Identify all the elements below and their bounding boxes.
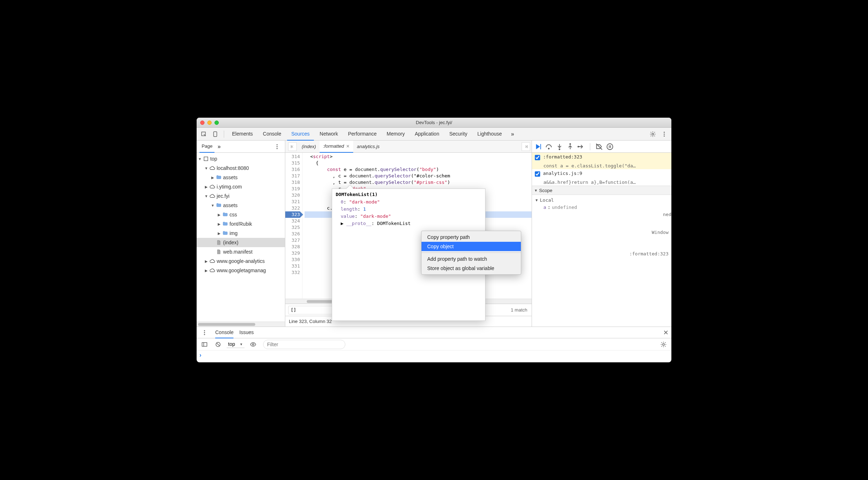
page-tab[interactable]: Page <box>199 141 214 153</box>
tree-item[interactable]: ▶img <box>197 229 285 238</box>
drawer-tab-issues[interactable]: Issues <box>239 327 253 338</box>
step-over-icon[interactable] <box>545 143 553 151</box>
file-tab-label: (index) <box>302 144 316 149</box>
svg-point-6 <box>277 144 278 145</box>
tab-network[interactable]: Network <box>315 128 342 141</box>
tab-performance[interactable]: Performance <box>344 128 381 141</box>
inspect-icon[interactable] <box>199 129 209 139</box>
svg-rect-10 <box>540 144 541 149</box>
tab-console[interactable]: Console <box>258 128 285 141</box>
svg-point-18 <box>204 330 205 331</box>
tree-item[interactable]: web.manifest <box>197 247 285 256</box>
tree-scrollbar[interactable] <box>197 322 285 327</box>
tab-security[interactable]: Security <box>445 128 472 141</box>
breakpoint-code: a&&a.href}return a},B=function(a… <box>535 180 669 185</box>
tab-elements[interactable]: Elements <box>228 128 257 141</box>
close-drawer-icon[interactable]: ✕ <box>663 329 669 337</box>
context-menu-item[interactable]: Store object as global variable <box>421 264 521 273</box>
svg-point-4 <box>664 133 665 134</box>
var-name: a <box>543 205 546 210</box>
context-selector[interactable]: top <box>227 341 245 348</box>
tab-lighthouse[interactable]: Lighthouse <box>473 128 506 141</box>
kebab-menu-icon[interactable] <box>659 129 669 139</box>
drawer-kebab-icon[interactable] <box>199 328 209 338</box>
resume-icon[interactable] <box>534 143 542 151</box>
context-menu-item[interactable]: Copy property path <box>421 232 521 242</box>
file-tree[interactable]: ▼top▼localhost:8080▶assets▶i.ytimg.com▼j… <box>197 153 285 322</box>
console-prompt[interactable]: › <box>197 351 671 360</box>
tree-item[interactable]: ▼localhost:8080 <box>197 163 285 173</box>
line-gutter[interactable]: 3143153163173183193203213223233243253263… <box>285 153 302 299</box>
pause-on-exceptions-icon[interactable] <box>606 143 614 151</box>
context-menu-item[interactable]: Add property path to watch <box>421 254 521 264</box>
svg-point-7 <box>277 146 278 147</box>
tab-application[interactable]: Application <box>410 128 444 141</box>
breakpoint-item[interactable]: :formatted:323 const a = e.classList.tog… <box>532 153 671 169</box>
callstack-entry[interactable]: :formatted:323 <box>629 251 669 256</box>
file-tab-label: :formatted <box>323 143 344 149</box>
file-tab-formatted[interactable]: :formatted✕ <box>320 141 354 153</box>
clear-console-icon[interactable] <box>213 339 223 349</box>
tree-item[interactable]: ▶css <box>197 210 285 219</box>
nav-back-icon[interactable] <box>288 142 297 151</box>
file-tab-index[interactable]: (index) <box>298 141 320 153</box>
popover-title: DOMTokenList(1) <box>336 192 482 197</box>
breakpoint-item[interactable]: analytics.js:9 a&&a.href}return a},B=fun… <box>532 169 671 186</box>
deactivate-breakpoints-icon[interactable] <box>595 143 603 151</box>
more-nav-icon[interactable]: » <box>217 143 221 150</box>
tab-sources[interactable]: Sources <box>287 128 314 141</box>
global-label: Window <box>652 230 669 235</box>
console-settings-icon[interactable] <box>659 339 669 349</box>
breakpoint-checkbox[interactable] <box>535 155 540 160</box>
svg-point-23 <box>252 343 254 345</box>
file-tab-label: analytics.js <box>357 144 380 149</box>
file-tab-analytics[interactable]: analytics.js <box>353 141 383 153</box>
tree-item[interactable]: ▼assets <box>197 201 285 210</box>
scope-local-label[interactable]: Local <box>540 197 554 203</box>
section-label: Scope <box>539 188 552 193</box>
tree-item[interactable]: ▶www.google-analytics <box>197 256 285 266</box>
svg-rect-9 <box>204 157 208 161</box>
live-expression-icon[interactable] <box>248 339 258 349</box>
console-drawer: Console Issues ✕ top <box>197 327 671 362</box>
tree-item[interactable]: ▶i.ytimg.com <box>197 182 285 191</box>
device-toolbar-icon[interactable] <box>210 129 220 139</box>
svg-point-8 <box>277 148 278 149</box>
nav-forward-icon[interactable] <box>522 142 530 151</box>
tree-item[interactable]: ▼top <box>197 154 285 163</box>
main-tabs-row: Elements Console Sources Network Perform… <box>197 128 671 141</box>
breakpoint-checkbox[interactable] <box>535 171 540 177</box>
tree-item[interactable]: ▼jec.fyi <box>197 191 285 201</box>
titlebar: DevTools - jec.fyi/ <box>197 118 671 128</box>
filter-input[interactable] <box>263 340 345 349</box>
var-value-tail: ned <box>663 212 671 217</box>
console-sidebar-icon[interactable] <box>199 339 209 349</box>
settings-gear-icon[interactable] <box>648 129 658 139</box>
debugger-toolbar <box>532 141 671 153</box>
navigator-kebab-icon[interactable] <box>272 142 282 152</box>
main-area: Page » ▼top▼localhost:8080▶assets▶i.ytim… <box>197 141 671 327</box>
close-icon[interactable]: ✕ <box>346 144 350 149</box>
separator <box>224 131 224 138</box>
tree-item[interactable]: ▶www.googletagmanag <box>197 266 285 275</box>
svg-point-13 <box>570 143 571 145</box>
tree-item[interactable]: ▶font/Rubik <box>197 219 285 229</box>
step-into-icon[interactable] <box>556 143 563 151</box>
breakpoint-code: const a = e.classList.toggle("da… <box>535 163 669 168</box>
context-menu-item[interactable]: Copy object <box>421 242 521 251</box>
var-value: undefined <box>552 205 577 210</box>
step-icon[interactable] <box>577 143 585 151</box>
svg-point-3 <box>664 132 665 133</box>
scope-section-header[interactable]: ▼Scope <box>532 186 671 195</box>
context-select[interactable]: top <box>227 341 245 348</box>
tab-memory[interactable]: Memory <box>383 128 409 141</box>
tree-item[interactable]: (index) <box>197 238 285 247</box>
breakpoint-name: :formatted:323 <box>543 154 582 160</box>
svg-point-5 <box>664 135 665 136</box>
step-out-icon[interactable] <box>566 143 574 151</box>
more-tabs-icon[interactable]: » <box>508 129 518 139</box>
drawer-tab-console[interactable]: Console <box>215 327 233 338</box>
svg-point-20 <box>204 334 205 335</box>
tree-item[interactable]: ▶assets <box>197 173 285 182</box>
window-title: DevTools - jec.fyi/ <box>197 120 671 125</box>
